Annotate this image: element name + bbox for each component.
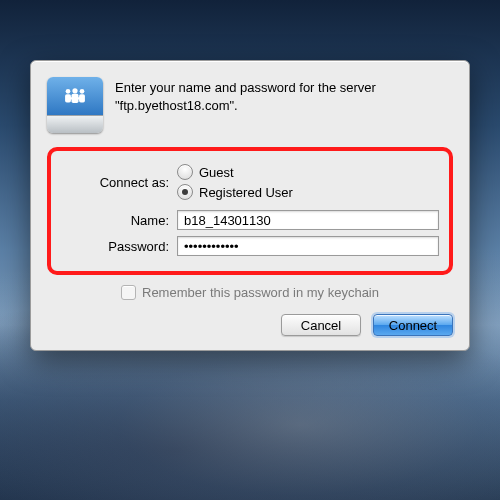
password-field[interactable] <box>177 236 439 256</box>
name-field[interactable] <box>177 210 439 230</box>
svg-rect-6 <box>67 97 83 99</box>
svg-point-0 <box>66 89 71 94</box>
checkbox-icon <box>121 285 136 300</box>
remember-keychain[interactable]: Remember this password in my keychain <box>121 285 453 300</box>
password-row: Password: <box>57 236 439 256</box>
name-label: Name: <box>57 213 177 228</box>
desktop-background: Enter your name and password for the ser… <box>0 0 500 500</box>
dialog-header: Enter your name and password for the ser… <box>47 77 453 133</box>
cancel-button[interactable]: Cancel <box>281 314 361 336</box>
prompt-text: Enter your name and password for the ser… <box>115 77 453 114</box>
file-sharing-people-icon <box>47 77 103 133</box>
annotation-highlight: Connect as: Guest Registered User Name: <box>47 147 453 275</box>
svg-point-2 <box>72 88 77 93</box>
remember-label: Remember this password in my keychain <box>142 285 379 300</box>
password-label: Password: <box>57 239 177 254</box>
radio-registered-label: Registered User <box>199 185 293 200</box>
radio-icon <box>177 184 193 200</box>
radio-registered-user[interactable]: Registered User <box>177 184 293 200</box>
auth-dialog: Enter your name and password for the ser… <box>30 60 470 351</box>
connect-as-label: Connect as: <box>57 175 177 190</box>
name-row: Name: <box>57 210 439 230</box>
dialog-buttons: Cancel Connect <box>47 314 453 336</box>
radio-guest[interactable]: Guest <box>177 164 293 180</box>
radio-icon <box>177 164 193 180</box>
connect-as-row: Connect as: Guest Registered User <box>57 164 439 200</box>
connect-button[interactable]: Connect <box>373 314 453 336</box>
svg-point-4 <box>80 89 85 94</box>
radio-guest-label: Guest <box>199 165 234 180</box>
